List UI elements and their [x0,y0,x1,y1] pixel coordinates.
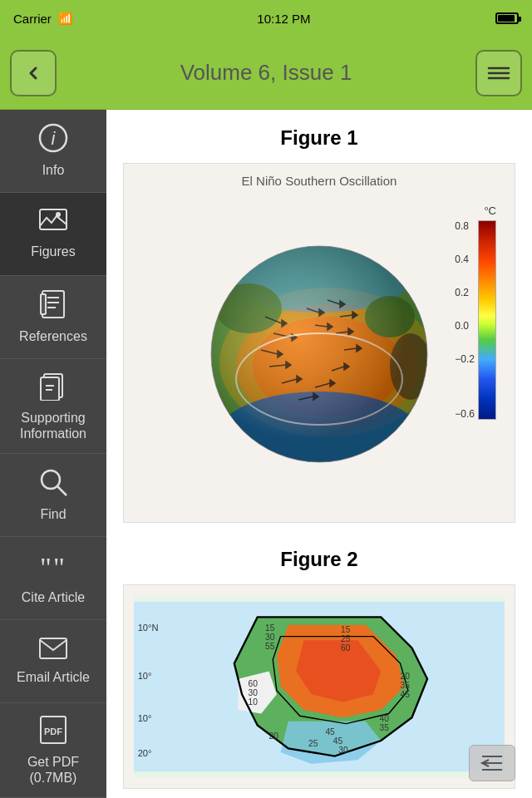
svg-text:i: i [52,128,57,149]
sidebar-cite-label: Cite Article [22,589,85,605]
pdf-icon: PDF [39,715,67,749]
svg-text:55: 55 [265,642,275,651]
globe-svg [199,234,440,475]
svg-text:": " [53,552,65,580]
svg-rect-11 [41,294,46,314]
svg-text:25: 25 [308,739,318,748]
svg-text:": " [40,552,52,580]
svg-text:25: 25 [341,634,351,643]
time-label: 10:12 PM [257,12,310,26]
wifi-icon: 📶 [58,12,72,25]
svg-text:45: 45 [325,727,335,736]
sidebar-item-cite[interactable]: " " Cite Article [0,537,106,620]
sidebar-item-pdf[interactable]: PDF Get PDF(0.7MB) [0,703,106,798]
colorbar-unit: °C [484,204,496,217]
sidebar-item-info[interactable]: i Info [0,110,106,193]
svg-line-17 [57,486,66,495]
info-icon: i [38,123,68,157]
scroll-icon [477,751,507,775]
svg-text:20: 20 [269,732,279,741]
svg-text:45: 45 [333,736,343,746]
main-layout: i Info Figures [0,110,532,798]
sidebar-info-label: Info [42,162,65,178]
sidebar-item-find[interactable]: Find [0,454,106,537]
sidebar-pdf-label: Get PDF(0.7MB) [27,754,79,786]
svg-rect-20 [40,638,66,658]
figure2-title: Figure 2 [123,548,515,571]
nav-title: Volume 6, Issue 1 [180,60,352,86]
figure1-box: El Niño Southern Oscillation [123,163,515,523]
sidebar-item-supporting[interactable]: SupportingInformation [0,359,106,454]
sidebar-supporting-label: SupportingInformation [20,410,86,441]
carrier-label: Carrier [13,12,52,26]
back-button[interactable] [10,50,57,96]
sidebar-references-label: References [19,328,87,344]
figures-icon [38,208,68,239]
sidebar-find-label: Find [40,506,66,522]
svg-text:10: 10 [249,697,259,707]
svg-point-64 [211,246,427,462]
find-icon [38,467,68,501]
status-left: Carrier 📶 [13,12,72,26]
colorbar-gradient [478,220,496,420]
sidebar-email-label: Email Article [17,669,90,685]
sidebar-item-figures[interactable]: Figures [0,193,106,276]
svg-point-6 [56,212,61,217]
cite-icon: " " [38,550,68,584]
figure2-map-svg: 15 30 55 60 30 10 15 25 60 20 35 45 40 3… [134,595,505,778]
figure1-visual: °C 0.8 0.4 0.2 0.0 −0.2 −0.6 [134,196,505,512]
svg-text:30: 30 [249,688,259,697]
svg-text:20: 20 [401,672,411,681]
battery-icon [495,12,519,24]
figure2-box: 15 30 55 60 30 10 15 25 60 20 35 45 40 3… [123,584,515,789]
figure2-visual: 15 30 55 60 30 10 15 25 60 20 35 45 40 3… [134,595,505,778]
references-icon [39,289,67,323]
sidebar-figures-label: Figures [31,244,75,259]
svg-text:10°: 10° [138,713,152,723]
sidebar-item-references[interactable]: References [0,276,106,359]
svg-text:15: 15 [341,625,351,634]
svg-text:30: 30 [265,633,275,642]
sidebar-item-email[interactable]: Email Article [0,620,106,703]
figure1-title: Figure 1 [123,126,515,150]
figure1-caption: El Niño Southern Oscillation [134,174,505,188]
svg-point-16 [42,470,60,489]
svg-text:40: 40 [379,714,389,723]
supporting-icon [39,371,67,405]
scroll-button[interactable] [469,745,515,781]
svg-text:15: 15 [265,623,275,633]
svg-text:30: 30 [338,746,348,755]
menu-button[interactable] [475,50,522,96]
svg-text:60: 60 [249,679,259,688]
svg-text:60: 60 [341,643,351,653]
svg-text:10°N: 10°N [138,623,159,633]
content-area[interactable]: Figure 1 El Niño Southern Oscillation [106,110,532,798]
svg-text:35: 35 [401,681,411,690]
svg-text:45: 45 [401,690,411,699]
svg-text:35: 35 [379,723,389,732]
colorbar-labels: 0.8 0.4 0.2 0.0 −0.2 −0.6 [455,220,478,420]
svg-text:PDF: PDF [44,727,62,736]
nav-bar: Volume 6, Issue 1 [0,37,532,110]
status-bar: Carrier 📶 10:12 PM [0,0,532,37]
sidebar: i Info Figures [0,110,106,798]
svg-text:10°: 10° [138,671,152,681]
svg-text:20°: 20° [138,748,152,758]
status-right [495,12,519,24]
email-icon [38,637,68,664]
